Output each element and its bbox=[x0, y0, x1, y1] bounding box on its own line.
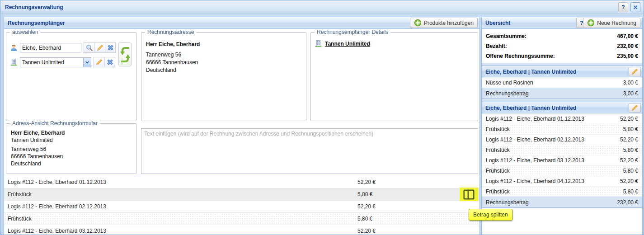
add-products-button[interactable]: Produkte hinzufügen bbox=[410, 18, 478, 28]
swap-guest-company-button[interactable] bbox=[118, 42, 132, 66]
invoice-item-price: 5,80 € bbox=[357, 213, 372, 225]
invoice-2-total-row: Rechnungsbetrag 232,00 € bbox=[482, 197, 642, 207]
invoice-1-total-value: 3,00 € bbox=[623, 90, 638, 97]
person-icon bbox=[10, 44, 18, 52]
invoice-line-price: 5,80 € bbox=[623, 147, 638, 153]
invoice-line-price: 5,80 € bbox=[623, 168, 638, 174]
summary-row: Bezahlt: 232,00 € bbox=[482, 41, 642, 51]
invoice-address-street: Tannenweg 56 bbox=[146, 51, 301, 59]
invoice-management-window: Rechnungsverwaltung ? ✕ Rechnungsempfäng… bbox=[0, 0, 644, 235]
invoice-item-label: Logis #112 - Eiche, Eberhard 01.12.2013 bbox=[4, 179, 106, 185]
split-amount-tooltip: Betrag splitten bbox=[469, 209, 512, 221]
invoice-section-2-header: Eiche, Eberhard | Tannen Unlimited bbox=[482, 102, 642, 113]
guest-edit-button[interactable] bbox=[94, 43, 105, 52]
pencil-icon bbox=[96, 44, 104, 52]
invoice-line-price: 3,00 € bbox=[623, 80, 638, 86]
invoice-address-name: Herr Eiche, Eberhard bbox=[146, 41, 301, 48]
invoice-line-row: Frühstück 5,80 € bbox=[482, 145, 642, 155]
select-fieldset: auswählen bbox=[6, 32, 136, 121]
recipient-company-link[interactable]: Tannen Unlimited bbox=[325, 41, 370, 47]
guest-clear-button[interactable] bbox=[105, 43, 115, 52]
summary-value: 232,00 € bbox=[617, 43, 638, 49]
invoice-line-label: Frühstück bbox=[486, 188, 510, 195]
company-select[interactable]: Tannen Unlimited bbox=[20, 57, 91, 67]
invoice-address-city: 66666 Tannenhausen bbox=[146, 59, 301, 66]
guest-tool-strip bbox=[84, 42, 116, 53]
invoice-item-label: Logis #112 - Eiche, Eberhard 02.12.2013 bbox=[4, 203, 106, 210]
invoice-line-label: Frühstück bbox=[486, 126, 510, 132]
invoice-line-price: 5,80 € bbox=[623, 188, 638, 195]
summary-value: 467,00 € bbox=[617, 33, 638, 39]
pencil-icon bbox=[631, 104, 639, 112]
invoice-item-price: 52,20 € bbox=[357, 201, 376, 212]
edit-invoice-2-button[interactable] bbox=[629, 103, 641, 113]
summary-row: Gesamtsumme: 467,00 € bbox=[482, 31, 642, 41]
invoice-items-table: Logis #112 - Eiche, Eberhard 01.12.2013 … bbox=[4, 176, 479, 235]
invoice-note-textarea[interactable] bbox=[141, 128, 478, 174]
invoice-item-row[interactable]: Frühstück 5,80 € bbox=[4, 213, 479, 225]
delete-x-icon bbox=[106, 58, 114, 66]
invoice-address-fieldset: Rechnungsadresse Herr Eiche, Eberhard Ta… bbox=[141, 32, 306, 121]
invoice-line-price: 5,80 € bbox=[623, 126, 638, 132]
invoice-section-1-title: Eiche, Eberhard | Tannen Unlimited bbox=[485, 69, 576, 75]
building-icon bbox=[315, 40, 322, 47]
invoice-item-row[interactable]: Logis #112 - Eiche, Eberhard 01.12.2013 … bbox=[4, 176, 479, 188]
invoice-item-label: Frühstück bbox=[4, 191, 32, 197]
new-invoice-button[interactable]: Neue Rechnung bbox=[583, 18, 640, 28]
summary-value: 235,00 € bbox=[617, 53, 638, 59]
invoice-item-row[interactable]: Frühstück 5,80 € bbox=[4, 188, 479, 201]
invoice-address-country: Deutschland bbox=[146, 66, 301, 74]
totals-summary: Gesamtsumme: 467,00 € Bezahlt: 232,00 € … bbox=[482, 29, 642, 63]
address-view-company: Tannen Unlimited bbox=[11, 136, 132, 144]
invoice-item-price: 5,80 € bbox=[357, 188, 372, 200]
select-fieldset-legend: auswählen bbox=[10, 29, 40, 35]
pencil-icon bbox=[631, 68, 639, 75]
guest-select-row bbox=[10, 42, 116, 53]
invoice-line-label: Nüsse und Rosinen bbox=[486, 80, 533, 86]
invoice-line-row: Logis #112 - Eiche, Eberhard 04.12.2013 … bbox=[482, 176, 642, 186]
guest-search-button[interactable] bbox=[84, 43, 94, 52]
invoice-2-total-value: 232,00 € bbox=[617, 199, 638, 206]
plus-icon bbox=[587, 19, 595, 27]
summary-row: Offene Rechnungssumme: 235,00 € bbox=[482, 51, 642, 61]
address-view-name: Herr Eiche, Eberhard bbox=[11, 129, 132, 136]
invoice-line-price: 52,20 € bbox=[620, 136, 638, 143]
invoice-line-label: Logis #112 - Eiche, Eberhard 04.12.2013 bbox=[486, 178, 584, 184]
window-help-button[interactable]: ? bbox=[618, 2, 628, 12]
invoice-item-label: Logis #112 - Eiche, Eberhard 03.12.2013 bbox=[4, 228, 106, 234]
company-clear-button[interactable] bbox=[104, 57, 115, 67]
invoice-section-1: Eiche, Eberhard | Tannen Unlimited Nüsse… bbox=[482, 66, 642, 99]
pencil-icon bbox=[95, 58, 103, 66]
left-panel-title: Rechnungsempfänger bbox=[8, 20, 65, 26]
invoice-1-total-row: Rechnungsbetrag 3,00 € bbox=[482, 88, 642, 99]
invoice-line-label: Logis #112 - Eiche, Eberhard 02.12.2013 bbox=[486, 136, 584, 143]
invoice-section-1-header: Eiche, Eberhard | Tannen Unlimited bbox=[482, 66, 642, 77]
chevron-down-icon[interactable] bbox=[83, 58, 91, 67]
address-view-fieldset: Adress-Ansicht Rechnungsformular Herr Ei… bbox=[6, 123, 136, 174]
invoice-item-label: Frühstück bbox=[4, 216, 32, 222]
window-close-button[interactable]: ✕ bbox=[630, 2, 640, 12]
delete-x-icon bbox=[107, 44, 114, 52]
invoice-item-row[interactable]: Logis #112 - Eiche, Eberhard 03.12.2013 … bbox=[4, 225, 479, 235]
invoice-item-row[interactable]: Logis #112 - Eiche, Eberhard 02.12.2013 … bbox=[4, 201, 479, 213]
invoice-recipient-panel: Rechnungsempfänger Produkte hinzufügen a… bbox=[4, 17, 480, 235]
summary-label: Gesamtsumme: bbox=[486, 33, 526, 39]
company-edit-button[interactable] bbox=[94, 57, 104, 67]
recipient-details-legend: Rechnungsempfänger Details bbox=[315, 29, 390, 35]
edit-invoice-1-button[interactable] bbox=[629, 67, 641, 76]
window-titlebar: Rechnungsverwaltung ? ✕ bbox=[0, 0, 644, 14]
invoice-item-price: 52,20 € bbox=[357, 225, 376, 235]
invoice-line-row: Logis #112 - Eiche, Eberhard 03.12.2013 … bbox=[482, 155, 642, 165]
invoice-line-price: 52,20 € bbox=[620, 157, 638, 164]
window-title: Rechnungsverwaltung bbox=[5, 4, 63, 10]
invoice-line-price: 52,20 € bbox=[620, 116, 638, 122]
invoice-item-price: 52,20 € bbox=[357, 176, 376, 188]
invoice-line-price: 52,20 € bbox=[620, 178, 638, 184]
split-amount-button[interactable] bbox=[460, 188, 478, 201]
search-icon bbox=[85, 44, 93, 52]
swap-arrows-icon bbox=[120, 45, 130, 65]
company-select-value: Tannen Unlimited bbox=[20, 58, 83, 67]
invoice-line-row: Frühstück 5,80 € bbox=[482, 186, 642, 197]
guest-input[interactable] bbox=[20, 43, 81, 52]
plus-icon bbox=[414, 19, 422, 27]
